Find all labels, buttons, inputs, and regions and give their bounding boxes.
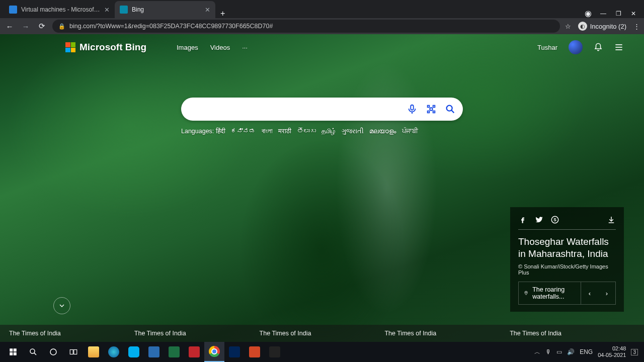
windows-taskbar: ︿ 🎙 ▭ 🔊 ENG 02:48 04-05-2021 3 (0, 342, 644, 362)
forward-button[interactable]: → (20, 22, 31, 31)
hamburger-menu-icon[interactable] (614, 42, 624, 52)
user-name[interactable]: Tushar (537, 44, 557, 51)
tab-title: Virtual machines - Microsoft Azu (21, 6, 101, 13)
search-button[interactable] (23, 342, 43, 362)
start-button[interactable] (3, 342, 23, 362)
search-area: Languages: हिंदी ಕನ್ನಡ বাংলা मराठी తెలుగ… (181, 98, 463, 135)
taskbar-app-edge[interactable] (104, 342, 124, 362)
svg-point-6 (447, 106, 452, 111)
news-source[interactable]: The Times of India (510, 330, 635, 337)
image-search-icon[interactable] (426, 104, 437, 115)
address-bar[interactable]: 🔒 bing.com/?toWww=1&redig=083F25DA73FC48… (52, 20, 560, 33)
taskbar-app-powershell[interactable] (224, 342, 245, 362)
window-controls: ◉ ― ❐ ✕ (581, 9, 644, 18)
news-source[interactable]: The Times of India (9, 330, 134, 337)
close-window-button[interactable]: ✕ (626, 10, 641, 17)
notifications-icon[interactable] (594, 43, 603, 52)
chrome-toolbar: ← → ⟳ 🔒 bing.com/?toWww=1&redig=083F25DA… (0, 18, 644, 34)
chrome-menu-button[interactable]: ⋮ (633, 23, 640, 30)
taskbar-app-powerpoint[interactable] (245, 342, 265, 362)
image-title[interactable]: Thoseghar Waterfalls in Maharashtra, Ind… (518, 230, 616, 263)
microsoft-logo-icon (65, 42, 75, 52)
search-box[interactable] (181, 98, 463, 121)
svg-rect-16 (14, 352, 17, 355)
lang-link[interactable]: বাংলা (262, 128, 273, 135)
lang-link[interactable]: മലയാളം (369, 128, 396, 135)
taskbar-app-acrobat[interactable] (184, 342, 204, 362)
news-source[interactable]: The Times of India (134, 330, 260, 337)
svg-rect-15 (10, 352, 13, 355)
svg-rect-14 (14, 348, 17, 351)
prev-image-button[interactable]: ‹ (581, 286, 598, 301)
lang-link[interactable]: मराठी (278, 128, 291, 135)
nav-images[interactable]: Images (177, 44, 198, 51)
lang-link[interactable]: தமிழ் (321, 128, 336, 135)
svg-point-12 (526, 292, 527, 293)
reload-button[interactable]: ⟳ (36, 22, 47, 31)
lang-link[interactable]: हिंदी (216, 128, 225, 135)
bing-homepage: Microsoft Bing Images Videos ··· Tushar (0, 34, 644, 342)
browser-tab-bing[interactable]: Bing ✕ (115, 1, 215, 18)
tray-clock[interactable]: 02:48 04-05-2021 (598, 345, 626, 358)
lock-icon: 🔒 (58, 23, 65, 30)
bing-nav: Images Videos ··· (177, 44, 248, 51)
cortana-button[interactable] (43, 342, 63, 362)
back-button[interactable]: ← (4, 22, 15, 31)
news-source[interactable]: The Times of India (384, 330, 510, 337)
voice-search-icon[interactable] (407, 104, 418, 115)
close-icon[interactable]: ✕ (104, 6, 110, 14)
image-nav: The roaring waterfalls... ‹ › (518, 282, 616, 305)
taskbar-app-excel[interactable] (164, 342, 184, 362)
avatar[interactable] (569, 40, 583, 54)
bing-favicon (120, 6, 128, 14)
image-info-card: S Thoseghar Waterfalls in Maharashtra, I… (510, 207, 624, 312)
tray-mic-icon[interactable]: 🎙 (545, 348, 551, 355)
lang-link[interactable]: ಕನ್ನಡ (231, 128, 256, 135)
lang-link[interactable]: తెలుగు (297, 128, 316, 135)
next-image-button[interactable]: › (598, 286, 615, 301)
browser-tab-azure[interactable]: Virtual machines - Microsoft Azu ✕ (4, 1, 115, 18)
svg-point-5 (430, 108, 433, 111)
close-icon[interactable]: ✕ (205, 6, 210, 14)
language-links: Languages: हिंदी ಕನ್ನಡ বাংলা मराठी తెలుగ… (181, 128, 463, 135)
taskbar-app-chrome[interactable] (204, 342, 224, 362)
svg-rect-21 (74, 350, 77, 354)
taskbar-app-rdp[interactable] (144, 342, 164, 362)
incognito-icon: ◐ (578, 22, 587, 31)
twitter-icon[interactable] (534, 215, 543, 224)
new-tab-button[interactable]: + (215, 9, 230, 18)
svg-line-7 (451, 110, 454, 113)
facebook-icon[interactable] (518, 215, 527, 224)
scroll-down-button[interactable] (53, 297, 70, 314)
nav-more[interactable]: ··· (242, 44, 248, 51)
maximize-button[interactable]: ❐ (611, 10, 626, 17)
task-view-button[interactable] (63, 342, 84, 362)
image-teaser[interactable]: The roaring waterfalls... (519, 282, 581, 304)
tray-network-icon[interactable]: ▭ (556, 348, 562, 355)
languages-label: Languages: (181, 128, 214, 135)
tab-title: Bing (132, 6, 202, 13)
svg-line-18 (34, 353, 36, 355)
lang-link[interactable]: ਪੰਜਾਬੀ (402, 128, 418, 135)
taskbar-app-terminal[interactable] (265, 342, 285, 362)
taskbar-app-skype[interactable] (124, 342, 144, 362)
nav-videos[interactable]: Videos (210, 44, 230, 51)
lang-link[interactable]: ગુજરાતી (342, 128, 364, 135)
search-icon[interactable] (445, 104, 456, 115)
tray-ime-icon[interactable]: 3 (631, 349, 638, 355)
tray-volume-icon[interactable]: 🔊 (567, 348, 575, 355)
bookmark-star-icon[interactable]: ☆ (565, 23, 571, 30)
svg-rect-3 (411, 105, 414, 110)
microsoft-bing-logo[interactable]: Microsoft Bing (65, 42, 146, 53)
svg-text:S: S (553, 218, 556, 222)
skype-icon[interactable]: S (550, 215, 559, 224)
download-icon[interactable] (607, 215, 616, 224)
taskbar-app-explorer[interactable] (84, 342, 104, 362)
search-input[interactable] (190, 105, 407, 114)
news-source[interactable]: The Times of India (260, 330, 385, 337)
minimize-button[interactable]: ― (596, 10, 611, 17)
tray-chevron-icon[interactable]: ︿ (534, 348, 540, 356)
image-credit: © Sonali Kumar/iStock/Getty Images Plus (518, 263, 616, 276)
incognito-badge[interactable]: ◐ Incognito (2) (578, 22, 626, 31)
tray-language[interactable]: ENG (580, 348, 593, 355)
